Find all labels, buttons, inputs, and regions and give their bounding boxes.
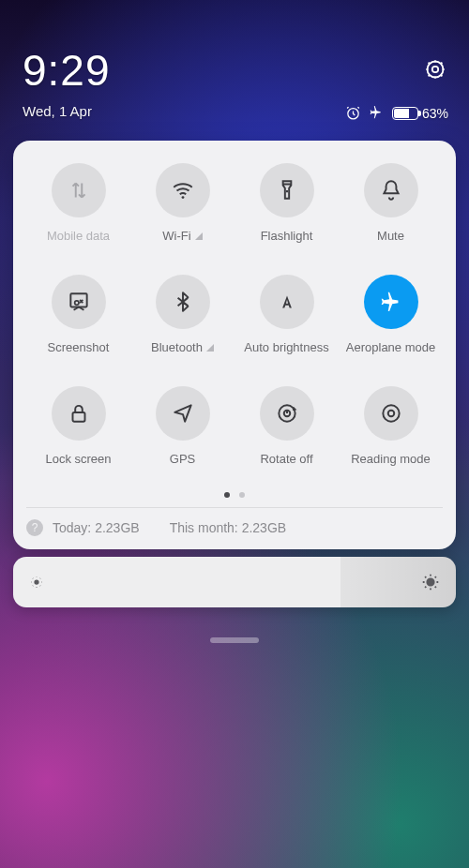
tile-label: Bluetooth bbox=[151, 340, 214, 354]
screenshot-icon bbox=[67, 290, 91, 314]
tile-bubble bbox=[260, 386, 314, 441]
tile-bubble bbox=[260, 275, 314, 329]
tile-label: Mute bbox=[377, 229, 404, 243]
status-icons: 63% bbox=[345, 105, 448, 121]
tile-label: Wi-Fi bbox=[162, 229, 202, 243]
svg-point-3 bbox=[35, 580, 38, 584]
tile-label: GPS bbox=[170, 452, 195, 466]
tile-label: Flashlight bbox=[261, 229, 313, 243]
svg-point-0 bbox=[432, 67, 438, 72]
wifi-icon bbox=[171, 178, 195, 202]
airplane-icon bbox=[379, 290, 403, 314]
tile-bluetooth[interactable]: Bluetooth bbox=[130, 275, 234, 354]
notification-header: 9:29 Wed, 1 Apr 63% bbox=[0, 0, 469, 119]
tile-bubble bbox=[364, 163, 418, 217]
page-indicator[interactable] bbox=[26, 492, 443, 498]
brightness-low-icon bbox=[28, 574, 45, 591]
brightness-slider[interactable] bbox=[13, 557, 456, 607]
tile-bubble bbox=[156, 275, 210, 329]
tile-mute[interactable]: Mute bbox=[339, 163, 443, 243]
tile-label: Screenshot bbox=[48, 340, 110, 354]
tile-bubble bbox=[52, 386, 106, 441]
usage-today: Today: 2.23GB bbox=[53, 520, 140, 535]
tile-lock-screen[interactable]: Lock screen bbox=[26, 386, 130, 466]
tile-label: Auto brightness bbox=[244, 340, 328, 354]
tile-bubble bbox=[52, 163, 106, 217]
battery-percent: 63% bbox=[422, 106, 448, 121]
tile-wi-fi[interactable]: Wi-Fi bbox=[130, 163, 234, 243]
svg-point-1 bbox=[428, 62, 444, 78]
clock: 9:29 bbox=[23, 45, 446, 96]
page-dot-1 bbox=[224, 492, 230, 498]
help-icon: ? bbox=[26, 519, 43, 536]
mobile-data-icon bbox=[67, 178, 91, 202]
reading-icon bbox=[379, 401, 403, 426]
tile-auto-brightness[interactable]: Auto brightness bbox=[234, 275, 339, 354]
lock-icon bbox=[67, 401, 91, 426]
gear-icon bbox=[424, 58, 446, 81]
rotate-icon bbox=[275, 401, 299, 426]
tile-bubble bbox=[364, 386, 418, 441]
tile-bubble bbox=[156, 386, 210, 441]
tile-bubble bbox=[260, 163, 314, 217]
tile-gps[interactable]: GPS bbox=[130, 386, 234, 466]
alarm-icon bbox=[345, 105, 361, 121]
tile-bubble bbox=[52, 275, 106, 329]
battery-icon bbox=[392, 107, 418, 120]
quick-settings-panel: Mobile dataWi-FiFlashlightMuteScreenshot… bbox=[13, 141, 456, 549]
svg-point-4 bbox=[427, 578, 433, 585]
tile-label: Lock screen bbox=[45, 452, 111, 466]
tile-label: Reading mode bbox=[351, 452, 431, 466]
tile-label: Rotate off bbox=[260, 452, 312, 466]
signal-triangle-icon bbox=[195, 232, 203, 240]
quick-settings-grid: Mobile dataWi-FiFlashlightMuteScreenshot… bbox=[26, 163, 443, 466]
settings-button[interactable] bbox=[424, 58, 446, 81]
tile-label: Mobile data bbox=[47, 229, 110, 243]
usage-month: This month: 2.23GB bbox=[170, 520, 287, 535]
tile-aeroplane-mode[interactable]: Aeroplane mode bbox=[339, 275, 443, 354]
brightness-high-icon bbox=[420, 572, 441, 592]
tile-flashlight[interactable]: Flashlight bbox=[234, 163, 339, 243]
battery-indicator: 63% bbox=[392, 106, 448, 121]
tile-mobile-data[interactable]: Mobile data bbox=[26, 163, 130, 243]
page-dot-2 bbox=[239, 492, 245, 498]
flashlight-icon bbox=[275, 178, 299, 202]
tile-reading-mode[interactable]: Reading mode bbox=[339, 386, 443, 466]
tile-bubble bbox=[364, 275, 418, 329]
auto-brightness-icon bbox=[275, 290, 299, 314]
mute-icon bbox=[379, 178, 403, 202]
tile-bubble bbox=[156, 163, 210, 217]
signal-triangle-icon bbox=[206, 344, 214, 352]
tile-label: Aeroplane mode bbox=[346, 340, 435, 354]
data-usage-row[interactable]: ? Today: 2.23GB This month: 2.23GB bbox=[26, 507, 443, 536]
gps-icon bbox=[171, 401, 195, 426]
tile-screenshot[interactable]: Screenshot bbox=[26, 275, 130, 354]
drag-handle[interactable] bbox=[210, 637, 259, 643]
tile-rotate-off[interactable]: Rotate off bbox=[234, 386, 339, 466]
bluetooth-icon bbox=[171, 290, 195, 314]
airplane-status-icon bbox=[369, 105, 385, 121]
